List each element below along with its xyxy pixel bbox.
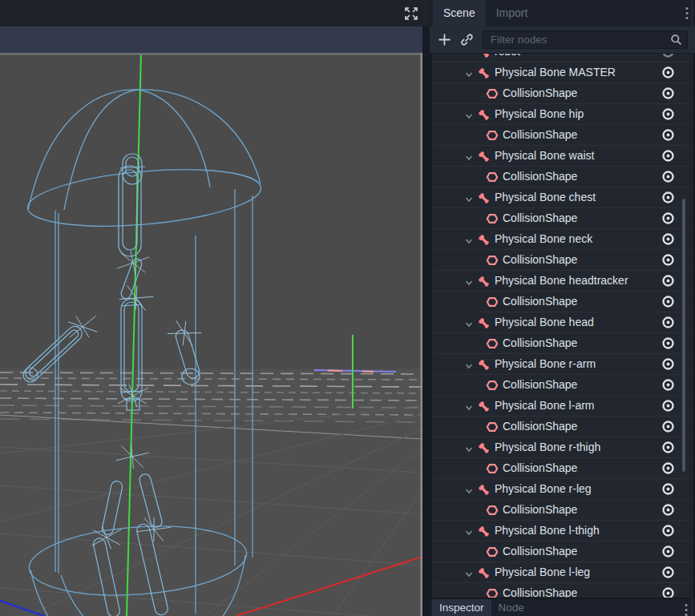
tree-row[interactable]: CollisionShape bbox=[432, 375, 690, 396]
tree-row[interactable]: Physical Bone l-arm bbox=[432, 396, 690, 417]
chevron-down-icon[interactable] bbox=[464, 193, 474, 203]
tree-row[interactable]: CollisionShape bbox=[432, 292, 690, 312]
bottom-menu-icon[interactable] bbox=[684, 603, 689, 616]
scrollbar-thumb[interactable] bbox=[682, 199, 685, 472]
chevron-down-icon[interactable] bbox=[464, 401, 474, 411]
chevron-down-icon[interactable] bbox=[464, 443, 474, 453]
node-name: Physical Bone r-thigh bbox=[495, 437, 600, 457]
tree-row[interactable]: Physical Bone neck bbox=[432, 229, 690, 250]
tree-row[interactable]: CollisionShape bbox=[432, 542, 690, 562]
chevron-down-icon[interactable] bbox=[464, 276, 474, 286]
tree-row[interactable]: Physical Bone l-thigh bbox=[432, 521, 690, 542]
filter-nodes-input[interactable] bbox=[483, 34, 670, 46]
scene-tree-rows: robotPhysical Bone MASTERCollisionShapeP… bbox=[432, 53, 690, 598]
tree-row[interactable]: CollisionShape bbox=[432, 167, 690, 187]
visibility-eye-icon[interactable] bbox=[661, 295, 675, 308]
visibility-eye-icon[interactable] bbox=[661, 524, 675, 537]
visibility-eye-icon[interactable] bbox=[661, 274, 675, 288]
node-name: Physical Bone hip bbox=[495, 104, 584, 124]
node-name: Physical Bone chest bbox=[495, 187, 596, 207]
collision-shape-icon bbox=[486, 462, 499, 475]
scene-tree[interactable]: robotPhysical Bone MASTERCollisionShapeP… bbox=[431, 53, 691, 598]
visibility-eye-icon[interactable] bbox=[661, 503, 675, 517]
visibility-eye-icon[interactable] bbox=[661, 232, 675, 246]
tree-row[interactable]: CollisionShape bbox=[432, 125, 690, 146]
chevron-down-icon[interactable] bbox=[464, 526, 474, 536]
scene-tabbar: Scene Import bbox=[430, 0, 695, 26]
tree-row[interactable]: robot bbox=[432, 53, 690, 62]
visibility-eye-icon[interactable] bbox=[661, 357, 675, 371]
tree-row[interactable]: Physical Bone MASTER bbox=[432, 62, 690, 83]
chevron-down-icon[interactable] bbox=[464, 318, 474, 328]
tree-row[interactable]: CollisionShape bbox=[432, 458, 690, 479]
chevron-down-icon[interactable] bbox=[464, 568, 474, 578]
visibility-eye-icon[interactable] bbox=[661, 211, 675, 225]
tree-row[interactable]: Physical Bone waist bbox=[432, 146, 690, 167]
visibility-eye-icon[interactable] bbox=[661, 149, 675, 163]
chevron-down-icon[interactable] bbox=[464, 360, 474, 369]
chevron-down-icon[interactable] bbox=[464, 235, 474, 244]
visibility-eye-icon[interactable] bbox=[661, 336, 675, 350]
visibility-eye-icon[interactable] bbox=[661, 566, 675, 579]
tree-row[interactable]: Physical Bone r-thigh bbox=[432, 437, 690, 458]
tree-row[interactable]: CollisionShape bbox=[432, 417, 690, 437]
visibility-eye-icon[interactable] bbox=[661, 87, 675, 100]
tab-scene[interactable]: Scene bbox=[433, 0, 486, 26]
visibility-eye-icon[interactable] bbox=[661, 253, 675, 267]
tree-row[interactable]: CollisionShape bbox=[432, 333, 690, 354]
node-name: CollisionShape bbox=[503, 583, 577, 598]
visibility-eye-icon[interactable] bbox=[661, 482, 675, 496]
collision-shape-icon bbox=[486, 212, 499, 225]
node-name: CollisionShape bbox=[503, 417, 577, 437]
node-name: CollisionShape bbox=[503, 333, 577, 353]
add-node-button[interactable] bbox=[438, 33, 451, 46]
expand-icon[interactable] bbox=[404, 6, 418, 21]
panel-menu-icon[interactable] bbox=[685, 6, 689, 20]
visibility-eye-icon[interactable] bbox=[661, 53, 675, 58]
tree-row[interactable]: CollisionShape bbox=[432, 83, 690, 104]
chevron-down-icon[interactable] bbox=[464, 110, 474, 119]
visibility-eye-icon[interactable] bbox=[661, 441, 675, 454]
tree-row[interactable]: Physical Bone r-arm bbox=[432, 354, 690, 375]
tab-import[interactable]: Import bbox=[486, 0, 539, 26]
tree-row[interactable]: CollisionShape bbox=[432, 250, 690, 271]
visibility-eye-icon[interactable] bbox=[661, 66, 675, 79]
visibility-eye-icon[interactable] bbox=[661, 128, 675, 142]
tree-row[interactable]: Physical Bone l-leg bbox=[432, 562, 690, 583]
tree-row[interactable]: CollisionShape bbox=[432, 500, 690, 521]
physical-bone-icon bbox=[477, 53, 490, 58]
tree-row[interactable]: Physical Bone head bbox=[432, 312, 690, 333]
viewport-toolbar-strip bbox=[0, 26, 422, 53]
visibility-eye-icon[interactable] bbox=[661, 399, 675, 413]
tree-row[interactable]: Physical Bone chest bbox=[432, 187, 690, 208]
physical-bone-icon bbox=[477, 316, 490, 329]
chevron-down-icon[interactable] bbox=[464, 485, 474, 494]
chevron-down-icon[interactable] bbox=[464, 151, 474, 161]
visibility-eye-icon[interactable] bbox=[661, 461, 675, 475]
visibility-eye-icon[interactable] bbox=[661, 378, 675, 392]
tree-row[interactable]: CollisionShape bbox=[432, 583, 690, 598]
physical-bone-icon bbox=[477, 233, 490, 246]
viewport-3d[interactable] bbox=[0, 53, 422, 616]
visibility-eye-icon[interactable] bbox=[661, 107, 675, 121]
filter-nodes-field bbox=[483, 30, 688, 49]
tree-row[interactable]: Physical Bone hip bbox=[432, 104, 690, 125]
bottom-tabbar: Inspector Node bbox=[430, 599, 695, 616]
physical-bone-icon bbox=[477, 566, 490, 579]
visibility-eye-icon[interactable] bbox=[661, 545, 675, 558]
visibility-eye-icon[interactable] bbox=[661, 316, 675, 329]
tree-row[interactable]: CollisionShape bbox=[432, 208, 690, 229]
chevron-down-icon[interactable] bbox=[464, 68, 474, 78]
tab-node[interactable]: Node bbox=[491, 599, 531, 616]
visibility-eye-icon[interactable] bbox=[661, 420, 675, 433]
tab-inspector[interactable]: Inspector bbox=[432, 599, 491, 616]
tree-row[interactable]: Physical Bone r-leg bbox=[432, 479, 690, 500]
visibility-eye-icon[interactable] bbox=[661, 170, 675, 183]
tree-row[interactable]: Physical Bone headtracker bbox=[432, 271, 690, 292]
node-name: CollisionShape bbox=[503, 125, 577, 145]
instance-scene-button[interactable] bbox=[460, 33, 474, 46]
collision-shape-icon bbox=[486, 546, 499, 558]
visibility-eye-icon[interactable] bbox=[661, 586, 675, 598]
physical-bone-icon bbox=[477, 441, 490, 454]
visibility-eye-icon[interactable] bbox=[661, 191, 675, 204]
